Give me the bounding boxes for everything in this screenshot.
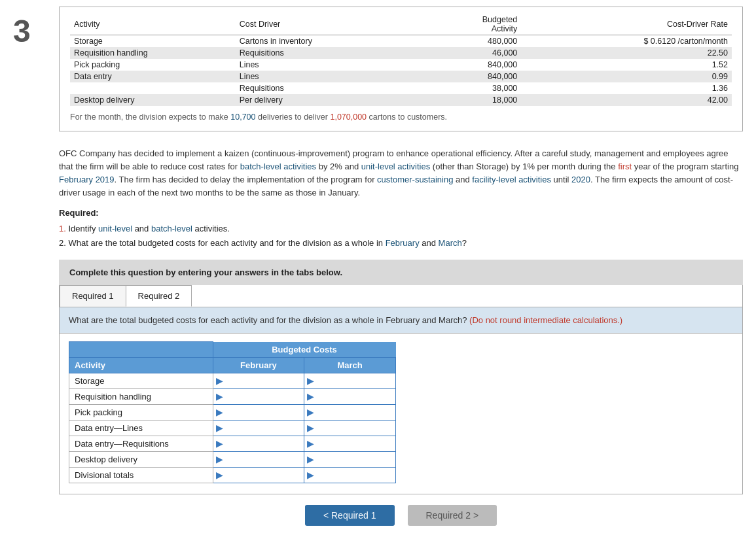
table-row: Storage Cartons in inventory 480,000 $ 0… — [70, 35, 732, 48]
activity-cell: Divisional totals — [69, 467, 213, 483]
tabs-wrapper: Required 1 Required 2 What are the total… — [59, 285, 743, 494]
nav-buttons: < Required 1 Required 2 > — [59, 505, 743, 526]
driver-cell: Cartons in inventory — [236, 35, 401, 48]
col-header-budgeted: Budgeted Activity — [401, 14, 521, 35]
tab-content: What are the total budgeted costs for ea… — [60, 307, 742, 494]
february-input-cell[interactable]: ▶ — [213, 388, 304, 404]
march-input-cell[interactable]: ▶ — [304, 404, 396, 420]
complete-box: Complete this question by entering your … — [59, 260, 743, 285]
budgeted-table-wrapper: Budgeted Costs Activity February March S… — [60, 334, 742, 494]
february-input[interactable] — [226, 389, 304, 404]
required-header: Required: — [59, 208, 743, 218]
budgeted-cell: 480,000 — [401, 35, 521, 48]
col-header-activity: Activity — [70, 14, 236, 35]
february-input[interactable] — [226, 421, 304, 436]
march-input[interactable] — [317, 405, 395, 420]
march-input[interactable] — [317, 436, 395, 451]
march-input-cell[interactable]: ▶ — [304, 451, 396, 467]
prev-button[interactable]: < Required 1 — [305, 505, 395, 526]
col-header-rate: Cost-Driver Rate — [521, 14, 732, 35]
next-button[interactable]: Required 2 > — [408, 505, 497, 526]
th-budgeted-costs: Budgeted Costs — [213, 342, 395, 358]
rate-cell: $ 0.6120 /carton/month — [521, 35, 732, 48]
activity-cell: Storage — [70, 35, 236, 48]
activity-cell: Data entry—Lines — [69, 420, 213, 436]
required-item-1: 1. Identify unit-level and batch-level a… — [59, 222, 743, 236]
table-row: Requisitions 38,000 1.36 — [70, 82, 732, 94]
table-row: Data entry Lines 840,000 0.99 — [70, 71, 732, 82]
activity-cell: Desktop delivery — [69, 451, 213, 467]
march-input[interactable] — [317, 389, 395, 404]
th-march: March — [304, 357, 396, 373]
tab-required-2[interactable]: Required 2 — [126, 285, 192, 307]
march-input-cell[interactable]: ▶ — [304, 388, 396, 404]
february-input[interactable] — [226, 436, 304, 451]
budgeted-costs-table: Budgeted Costs Activity February March S… — [69, 341, 396, 483]
march-input[interactable] — [317, 421, 395, 436]
activity-cell: Data entry—Requisitions — [69, 436, 213, 451]
february-input-cell[interactable]: ▶ — [213, 420, 304, 436]
th-february: February — [213, 357, 304, 373]
february-input-cell[interactable]: ▶ — [213, 404, 304, 420]
march-input-cell[interactable]: ▶ — [304, 436, 396, 451]
activity-cell: Storage — [69, 373, 213, 388]
february-input-cell[interactable]: ▶ — [213, 451, 304, 467]
march-input-cell[interactable]: ▶ — [304, 467, 396, 483]
february-input-cell[interactable]: ▶ — [213, 467, 304, 483]
info-banner: What are the total budgeted costs for ea… — [60, 307, 742, 334]
march-input-cell[interactable]: ▶ — [304, 420, 396, 436]
question-number: 3 — [13, 7, 52, 49]
march-input[interactable] — [317, 452, 395, 467]
february-input[interactable] — [226, 452, 304, 467]
col-header-driver: Cost Driver — [236, 14, 401, 35]
february-input[interactable] — [226, 468, 304, 483]
activity-cell: Requisition handling — [69, 388, 213, 404]
march-input-cell[interactable]: ▶ — [304, 373, 396, 388]
main-paragraph: OFC Company has decided to implement a k… — [59, 147, 743, 200]
february-input[interactable] — [226, 373, 304, 388]
delivery-note: For the month, the division expects to m… — [70, 112, 732, 122]
activity-table: Activity Cost Driver Budgeted Activity C… — [70, 14, 732, 106]
tab-required-1[interactable]: Required 1 — [60, 285, 126, 307]
activity-cell: Pick packing — [69, 404, 213, 420]
march-input[interactable] — [317, 373, 395, 388]
table-row: Desktop delivery Per delivery 18,000 42.… — [70, 94, 732, 106]
required-item-2: 2. What are the total budgeted costs for… — [59, 236, 743, 250]
table-row: Pick packing Lines 840,000 1.52 — [70, 59, 732, 71]
required-list: 1. Identify unit-level and batch-level a… — [59, 222, 743, 250]
february-input-cell[interactable]: ▶ — [213, 436, 304, 451]
th-activity — [69, 342, 213, 358]
th-activity-label: Activity — [69, 357, 213, 373]
table-row: Requisition handling Requisitions 46,000… — [70, 47, 732, 59]
tabs-header: Required 1 Required 2 — [60, 285, 742, 307]
february-input-cell[interactable]: ▶ — [213, 373, 304, 388]
march-input[interactable] — [317, 468, 395, 483]
february-input[interactable] — [226, 405, 304, 420]
